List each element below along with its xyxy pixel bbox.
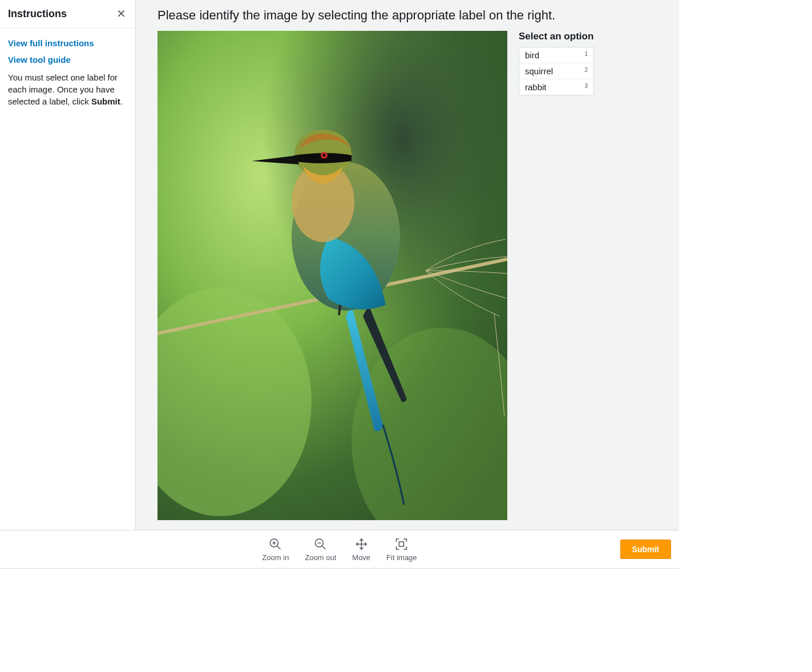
svg-line-12 xyxy=(277,546,281,549)
svg-rect-20 xyxy=(399,542,404,546)
option-hotkey: 1 xyxy=(584,51,588,57)
instructions-body: You must select one label for each image… xyxy=(8,71,127,107)
fit-image-icon xyxy=(395,537,409,551)
task-heading: Please identify the image by selecting t… xyxy=(157,8,666,23)
footer-toolbar: Zoom in Zoom out Move xyxy=(0,530,679,568)
view-tool-guide-link[interactable]: View tool guide xyxy=(8,55,127,65)
fit-image-button[interactable]: Fit image xyxy=(386,537,417,562)
svg-line-16 xyxy=(322,546,326,549)
move-button[interactable]: Move xyxy=(352,537,370,562)
zoom-out-button[interactable]: Zoom out xyxy=(305,537,336,562)
move-icon xyxy=(354,537,368,551)
options-panel: Select an option bird 1 squirrel 2 rabbi… xyxy=(519,31,594,95)
svg-point-9 xyxy=(323,154,326,157)
option-hotkey: 2 xyxy=(584,67,588,73)
options-list: bird 1 squirrel 2 rabbit 3 xyxy=(519,47,594,95)
option-hotkey: 3 xyxy=(584,83,588,89)
zoom-in-button[interactable]: Zoom in xyxy=(262,537,289,562)
option-label: squirrel xyxy=(525,66,553,76)
view-full-instructions-link[interactable]: View full instructions xyxy=(8,38,127,48)
option-bird[interactable]: bird 1 xyxy=(519,47,593,63)
svg-line-10 xyxy=(339,305,340,315)
instructions-title: Instructions xyxy=(8,8,67,20)
option-label: rabbit xyxy=(525,82,547,92)
task-image[interactable] xyxy=(157,31,507,520)
submit-button[interactable]: Submit xyxy=(620,540,671,559)
zoom-in-icon xyxy=(269,537,282,551)
main-panel: Please identify the image by selecting t… xyxy=(136,0,679,530)
option-label: bird xyxy=(525,50,539,60)
close-icon[interactable]: ✕ xyxy=(115,7,127,21)
option-rabbit[interactable]: rabbit 3 xyxy=(519,79,593,95)
instructions-sidebar: Instructions ✕ View full instructions Vi… xyxy=(0,0,136,530)
zoom-out-icon xyxy=(314,537,328,551)
option-squirrel[interactable]: squirrel 2 xyxy=(519,63,593,79)
options-title: Select an option xyxy=(519,31,594,42)
